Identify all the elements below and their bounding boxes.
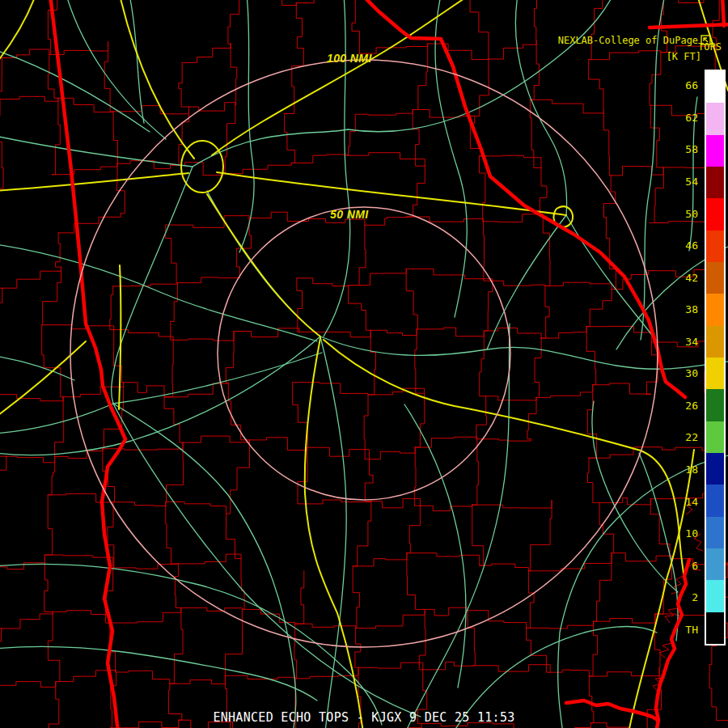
- legend-color-62: [706, 103, 724, 134]
- legend-color-54: [706, 167, 724, 198]
- legend-color-2: [706, 580, 724, 612]
- legend-color-34: [706, 326, 724, 358]
- legend-labels: 66625854504642383430262218141062TH: [662, 70, 700, 645]
- legend-color-46: [706, 231, 724, 262]
- legend-value-label: TH: [662, 614, 700, 646]
- legend-value-label: 18: [662, 454, 700, 486]
- legend-color-TH: [706, 612, 724, 644]
- legend-value-label: 42: [662, 261, 700, 294]
- legend-value-label: 2: [662, 582, 700, 614]
- legend-value-label: 58: [662, 133, 700, 166]
- range-ring-label-100nmi: 100 NMI: [327, 52, 372, 65]
- attribution-text: NEXLAB-College of DuPage: [558, 35, 698, 46]
- legend-title: TOPS: [698, 41, 722, 53]
- legend-value-label: 66: [662, 70, 700, 102]
- legend-color-bar: [705, 70, 726, 645]
- legend-color-10: [706, 517, 724, 548]
- radar-screen: { "header": { "attribution": "NEXLAB-Col…: [0, 0, 728, 728]
- legend-value-label: 6: [662, 549, 700, 582]
- legend-value-label: 26: [662, 390, 700, 422]
- legend-value-label: 30: [662, 358, 700, 390]
- legend-color-50: [706, 198, 724, 230]
- legend-color-6: [706, 548, 724, 580]
- legend-color-38: [706, 294, 724, 325]
- legend-value-label: 46: [662, 230, 700, 262]
- range-ring-label-50nmi: 50 NMI: [330, 208, 369, 221]
- legend-value-label: 10: [662, 518, 700, 550]
- legend-color-42: [706, 262, 724, 294]
- legend-color-66: [706, 71, 724, 103]
- legend-value-label: 50: [662, 197, 700, 230]
- radar-map: [0, 0, 728, 728]
- legend-value-label: 54: [662, 166, 700, 198]
- legend-color-22: [706, 421, 724, 453]
- legend-value-label: 22: [662, 421, 700, 454]
- legend-color-30: [706, 358, 724, 389]
- cursor-box-icon: [700, 12, 724, 68]
- legend-color-14: [706, 485, 724, 516]
- product-title: ENHANCED ECHO TOPS - KJGX 9 DEC 25 11:53: [0, 710, 728, 725]
- legend-value-label: 14: [662, 485, 700, 518]
- legend-color-18: [706, 453, 724, 485]
- legend-color-26: [706, 389, 724, 421]
- legend-color-58: [706, 135, 724, 167]
- legend-value-label: 62: [662, 102, 700, 134]
- legend-value-label: 38: [662, 294, 700, 326]
- legend-value-label: 34: [662, 326, 700, 358]
- legend-units: [K FT]: [667, 51, 701, 62]
